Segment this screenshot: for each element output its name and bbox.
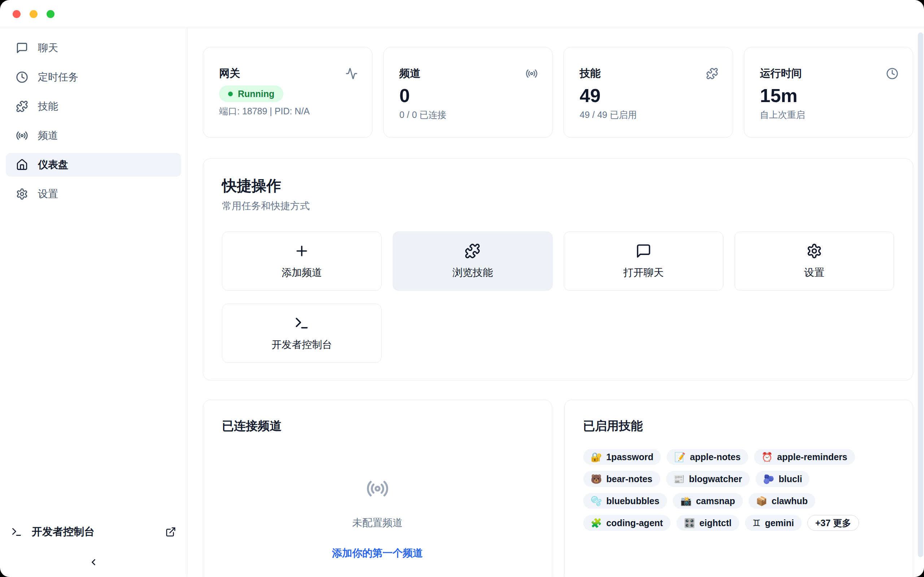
skill-chip-apple-reminders: ⏰apple-reminders: [754, 449, 855, 465]
quick-action-dev-console[interactable]: 开发者控制台: [222, 304, 381, 363]
gear-icon: [16, 188, 28, 200]
skill-name: blogwatcher: [689, 474, 742, 484]
stat-value: 15m: [760, 85, 899, 106]
skills-more-chip[interactable]: +37 更多: [808, 515, 859, 531]
quick-actions-card: 快捷操作 常用任务和快捷方式 添加频道浏览技能打开聊天设置开发者控制台: [203, 158, 913, 380]
sidebar-dev-console[interactable]: 开发者控制台: [6, 521, 181, 543]
skill-emoji: 📦: [756, 496, 767, 506]
quick-actions-subtitle: 常用任务和快捷方式: [222, 200, 894, 212]
skill-name: blucli: [779, 474, 802, 484]
add-first-channel-link[interactable]: 添加你的第一个频道: [332, 546, 423, 560]
skill-emoji: 🔐: [591, 452, 602, 462]
stat-card-uptime: 运行时间 15m 自上次重启: [744, 47, 914, 138]
sidebar-item-settings[interactable]: 设置: [6, 182, 181, 206]
sidebar-item-label: 定时任务: [38, 70, 78, 84]
puzzle-icon: [465, 243, 480, 259]
skill-name: clawhub: [772, 496, 808, 506]
status-label: Running: [238, 89, 274, 99]
skill-name: 1password: [606, 452, 654, 462]
enabled-skills-title: 已启用技能: [583, 418, 894, 434]
channels-empty-state: 未配置频道 添加你的第一个频道: [222, 434, 533, 560]
external-link-icon[interactable]: [165, 527, 176, 537]
sidebar-item-channels[interactable]: 频道: [6, 124, 181, 148]
sidebar-item-dashboard[interactable]: 仪表盘: [6, 153, 181, 177]
scrollbar-thumb[interactable]: [918, 32, 923, 557]
clock-icon: [886, 68, 898, 80]
quick-action-label: 添加频道: [281, 266, 322, 279]
close-button[interactable]: [13, 10, 21, 18]
sidebar-footer: 开发者控制台: [6, 521, 181, 572]
skill-chip-coding-agent: 🧩coding-agent: [583, 515, 670, 531]
sidebar-collapse-button[interactable]: [82, 553, 105, 572]
skill-name: apple-notes: [690, 452, 741, 462]
terminal-icon: [11, 526, 23, 538]
skill-chip-blucli: 🫐blucli: [756, 471, 810, 487]
skills-chip-list: 🔐1password📝apple-notes⏰apple-reminders🐻b…: [583, 449, 894, 531]
stat-title: 运行时间: [760, 67, 802, 80]
skill-chip-1password: 🔐1password: [583, 449, 661, 465]
stat-card-channels: 频道 0 0 / 0 已连接: [383, 47, 553, 138]
status-badge: Running: [219, 85, 283, 102]
quick-action-open-chat[interactable]: 打开聊天: [564, 232, 723, 291]
sidebar-item-label: 设置: [38, 187, 58, 201]
stat-title: 频道: [399, 67, 420, 80]
sidebar-item-label: 仪表盘: [38, 158, 68, 172]
quick-action-browse-skills[interactable]: 浏览技能: [393, 232, 552, 291]
sidebar-item-skills[interactable]: 技能: [6, 95, 181, 118]
skill-chip-gemini: ♊gemini: [745, 515, 802, 531]
skill-name: bluebubbles: [606, 496, 659, 506]
stat-detail: 49 / 49 已启用: [580, 109, 718, 120]
skill-name: gemini: [765, 518, 794, 528]
stat-detail: 0 / 0 已连接: [399, 109, 538, 120]
connected-channels-title: 已连接频道: [222, 418, 533, 434]
clock-icon: [16, 71, 28, 83]
stat-value: 49: [580, 85, 718, 106]
skill-chip-blogwatcher: 📰blogwatcher: [666, 471, 750, 487]
chevron-left-icon: [89, 557, 99, 567]
skill-name: bear-notes: [606, 474, 653, 484]
quick-action-add-channel[interactable]: 添加频道: [222, 232, 381, 291]
skill-emoji: ♊: [753, 518, 761, 528]
skill-emoji: 🫧: [591, 496, 602, 506]
quick-action-settings[interactable]: 设置: [735, 232, 894, 291]
gear-icon: [806, 243, 822, 259]
plus-icon: [294, 243, 310, 259]
zoom-button[interactable]: [47, 10, 55, 18]
skill-chip-bear-notes: 🐻bear-notes: [583, 471, 660, 487]
connected-channels-panel: 已连接频道 未配置频道 添加你的第一个频道: [203, 400, 552, 577]
skill-emoji: 🎛️: [684, 518, 695, 528]
stat-card-gateway: 网关 Running 端口: 18789 | PID: N/A: [203, 47, 373, 138]
sidebar-item-chat[interactable]: 聊天: [6, 36, 181, 60]
sidebar-item-label: 频道: [38, 129, 58, 142]
sidebar-item-label: 技能: [38, 100, 58, 113]
radio-icon: [525, 68, 538, 80]
minimize-button[interactable]: [30, 10, 37, 18]
skill-emoji: 🐻: [591, 474, 602, 484]
quick-actions-grid: 添加频道浏览技能打开聊天设置开发者控制台: [222, 232, 894, 363]
radio-icon: [366, 477, 389, 500]
skill-chip-camsnap: 📸camsnap: [673, 493, 743, 509]
quick-action-label: 打开聊天: [624, 266, 664, 279]
stat-title: 技能: [580, 67, 601, 80]
status-dot: [228, 92, 233, 96]
skill-chip-apple-notes: 📝apple-notes: [667, 449, 748, 465]
app-body: 聊天定时任务技能频道仪表盘设置 开发者控制台 网关: [0, 28, 924, 577]
channels-empty-text: 未配置频道: [352, 516, 403, 530]
main-content: 网关 Running 端口: 18789 | PID: N/A 频道 0 0 /…: [187, 28, 924, 577]
quick-action-label: 设置: [804, 266, 824, 279]
quick-action-label: 开发者控制台: [271, 338, 332, 351]
sidebar-item-label: 聊天: [38, 41, 58, 55]
skill-emoji: ⏰: [762, 452, 773, 462]
dev-console-label: 开发者控制台: [32, 525, 95, 539]
app-window: 聊天定时任务技能频道仪表盘设置 开发者控制台 网关: [0, 0, 924, 577]
stats-grid: 网关 Running 端口: 18789 | PID: N/A 频道 0 0 /…: [203, 47, 913, 138]
sidebar-item-tasks[interactable]: 定时任务: [6, 65, 181, 89]
message-square-icon: [636, 243, 651, 259]
skill-name: camsnap: [696, 496, 735, 506]
skill-chip-clawhub: 📦clawhub: [749, 493, 815, 509]
sidebar: 聊天定时任务技能频道仪表盘设置 开发者控制台: [0, 28, 187, 577]
skill-name: eightctl: [699, 518, 732, 528]
skill-name: coding-agent: [606, 518, 663, 528]
stat-detail: 自上次重启: [760, 109, 899, 120]
enabled-skills-panel: 已启用技能 🔐1password📝apple-notes⏰apple-remin…: [564, 400, 914, 577]
